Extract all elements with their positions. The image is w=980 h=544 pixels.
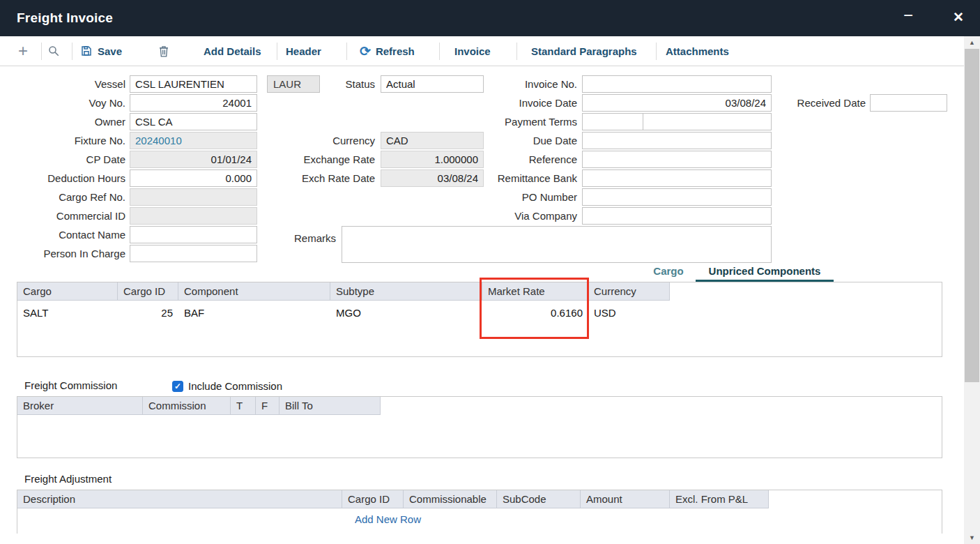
received-date-input[interactable] <box>870 94 947 112</box>
tab-unpriced-components[interactable]: Unpriced Components <box>696 264 834 282</box>
invoice-date-input[interactable] <box>582 94 772 112</box>
window-title: Freight Invoice <box>17 10 113 26</box>
close-button[interactable]: ✕ <box>948 9 969 25</box>
cell-currency[interactable]: USD <box>588 303 670 323</box>
remarks-textarea[interactable] <box>342 226 772 263</box>
column-header-cargo[interactable]: Cargo <box>17 282 118 301</box>
add-new-row-link[interactable]: Add New Row <box>355 513 421 525</box>
attachments-button[interactable]: Attachments <box>666 36 729 66</box>
table-row[interactable]: SALT 25 BAF MGO 0.6160 USD <box>17 303 942 323</box>
payment-terms-label: Payment Terms <box>464 113 577 130</box>
search-icon <box>47 45 60 57</box>
reference-input[interactable] <box>582 151 772 168</box>
refresh-label: Refresh <box>376 45 415 57</box>
save-button[interactable]: Save <box>80 36 122 66</box>
divider <box>439 43 440 60</box>
minimize-button[interactable]: − <box>898 6 919 25</box>
column-header-excl-from-pl[interactable]: Excl. From P&L <box>670 490 769 508</box>
exchange-rate-label: Exchange Rate <box>262 151 375 168</box>
unpriced-components-table: Cargo Cargo ID Component Subtype Market … <box>17 282 942 357</box>
freight-adjustment-header-row: Description Cargo ID Commissionable SubC… <box>17 490 942 508</box>
cp-date-input[interactable] <box>130 151 257 168</box>
vertical-scrollbar[interactable]: ▲ ▼ <box>964 36 980 544</box>
tab-cargo[interactable]: Cargo <box>647 264 690 282</box>
delete-button[interactable] <box>158 36 174 66</box>
via-company-input[interactable] <box>582 207 772 225</box>
payment-terms-input[interactable] <box>643 113 772 130</box>
deduction-hours-label: Deduction Hours <box>4 169 125 187</box>
column-header-commission[interactable]: Commission <box>143 397 231 415</box>
column-header-subcode[interactable]: SubCode <box>497 490 581 508</box>
add-details-button[interactable]: Add Details <box>204 36 261 66</box>
column-header-broker[interactable]: Broker <box>17 397 143 415</box>
voy-no-input[interactable] <box>130 94 257 112</box>
trash-icon <box>158 45 169 58</box>
payment-terms-code-input[interactable] <box>582 113 643 130</box>
column-header-description[interactable]: Description <box>17 490 342 508</box>
column-header-market-rate[interactable]: Market Rate <box>482 282 588 301</box>
reference-label: Reference <box>464 151 577 168</box>
cell-cargo[interactable]: SALT <box>17 303 118 323</box>
owner-input[interactable] <box>130 113 257 130</box>
freight-invoice-window: Freight Invoice − ✕ + Save Add Details <box>0 0 980 544</box>
vessel-label: Vessel <box>4 75 125 93</box>
cargo-ref-no-input[interactable] <box>130 188 257 206</box>
attachments-label: Attachments <box>666 45 729 57</box>
column-header-f[interactable]: F <box>256 397 280 415</box>
include-commission-checkbox[interactable]: ✓ <box>172 381 183 392</box>
scroll-up-arrow[interactable]: ▲ <box>964 36 980 49</box>
save-icon <box>80 45 93 57</box>
invoice-button[interactable]: Invoice <box>454 36 491 66</box>
add-details-label: Add Details <box>204 45 261 57</box>
freight-commission-table: Broker Commission T F Bill To <box>17 396 942 458</box>
due-date-label: Due Date <box>464 132 577 149</box>
deduction-hours-input[interactable] <box>130 169 257 187</box>
column-header-amount[interactable]: Amount <box>581 490 670 508</box>
column-header-subtype[interactable]: Subtype <box>330 282 482 301</box>
search-button[interactable] <box>47 36 65 66</box>
scroll-down-arrow[interactable]: ▼ <box>964 531 980 544</box>
received-date-label: Received Date <box>781 94 866 112</box>
person-in-charge-input[interactable] <box>130 245 257 262</box>
header-button[interactable]: Header <box>286 36 321 66</box>
column-header-commissionable[interactable]: Commissionable <box>404 490 497 508</box>
column-header-bill-to[interactable]: Bill To <box>280 397 381 415</box>
cargo-ref-no-label: Cargo Ref No. <box>4 188 125 206</box>
cell-cargo-id[interactable]: 25 <box>118 303 178 323</box>
divider <box>656 43 657 60</box>
freight-commission-header-row: Broker Commission T F Bill To <box>17 397 942 415</box>
status-label: Status <box>262 75 375 93</box>
po-number-label: PO Number <box>464 188 577 206</box>
column-header-cargo-id[interactable]: Cargo ID <box>118 282 178 301</box>
cell-component[interactable]: BAF <box>178 303 330 323</box>
column-header-t[interactable]: T <box>231 397 256 415</box>
exch-rate-date-label: Exch Rate Date <box>262 169 375 187</box>
via-company-label: Via Company <box>464 207 577 225</box>
refresh-icon: ⟳ <box>360 43 371 59</box>
fixture-no-input[interactable] <box>130 132 257 149</box>
commercial-id-input[interactable] <box>130 207 257 225</box>
po-number-input[interactable] <box>582 188 772 206</box>
column-header-cargo-id[interactable]: Cargo ID <box>342 490 404 508</box>
cell-market-rate[interactable]: 0.6160 <box>482 303 588 323</box>
cell-subtype[interactable]: MGO <box>330 303 482 323</box>
divider <box>277 43 277 60</box>
cp-date-label: CP Date <box>4 151 125 168</box>
refresh-button[interactable]: ⟳ Refresh <box>360 36 415 66</box>
divider <box>346 43 347 60</box>
column-header-component[interactable]: Component <box>178 282 330 301</box>
divider <box>41 43 42 60</box>
standard-paragraphs-button[interactable]: Standard Paragraphs <box>531 36 637 66</box>
vessel-input[interactable] <box>130 75 257 93</box>
scrollbar-thumb[interactable] <box>965 49 979 382</box>
due-date-input[interactable] <box>582 132 772 149</box>
unpriced-components-header-row: Cargo Cargo ID Component Subtype Market … <box>17 282 942 301</box>
commercial-id-label: Commercial ID <box>4 207 125 225</box>
invoice-date-label: Invoice Date <box>464 94 577 112</box>
column-header-currency[interactable]: Currency <box>588 282 670 301</box>
new-button[interactable]: + <box>18 36 28 66</box>
remittance-bank-input[interactable] <box>582 169 772 187</box>
standard-paragraphs-label: Standard Paragraphs <box>531 45 637 57</box>
owner-label: Owner <box>4 113 125 130</box>
invoice-no-input[interactable] <box>582 75 772 93</box>
